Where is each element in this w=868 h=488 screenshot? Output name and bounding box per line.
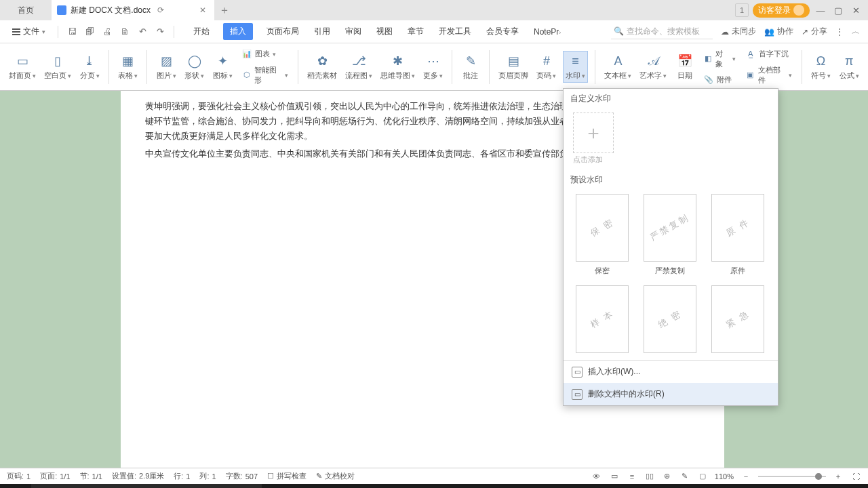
tab-review[interactable]: 审阅: [344, 23, 363, 40]
login-label: 访客登录: [758, 5, 791, 16]
sb-proof[interactable]: ✎文档校对: [316, 471, 355, 481]
command-search[interactable]: 🔍 查找命令、搜索模板: [611, 24, 713, 39]
more-icon[interactable]: ⋮: [835, 27, 844, 37]
docx-icon: [57, 5, 66, 15]
eye-icon[interactable]: 👁: [591, 471, 602, 482]
tab-section[interactable]: 章节: [406, 23, 425, 40]
view-web-icon[interactable]: ⊕: [662, 471, 673, 482]
icons-button[interactable]: ✦图标▾: [211, 52, 235, 82]
coop-link[interactable]: 👥协作: [764, 26, 793, 37]
object-button[interactable]: ◧对象▾: [701, 47, 738, 70]
preset-grid: 保 密保密 严禁复制严禁复制 原 件原件 样 本 绝 密 紧 急: [564, 190, 778, 360]
tab-page-layout[interactable]: 页面布局: [265, 23, 300, 40]
shapes-button[interactable]: ◯形状▾: [182, 52, 207, 82]
home-tab[interactable]: 首页: [0, 0, 52, 20]
quickparts-button[interactable]: ▣文档部件▾: [743, 64, 795, 87]
preset-nocopy[interactable]: 严禁复制严禁复制: [641, 194, 699, 276]
preset-confidential[interactable]: 保 密保密: [573, 194, 631, 276]
quick-access-toolbar: 🖫 🗐 🖨 🗎 ↶ ↷: [66, 26, 165, 37]
print-icon[interactable]: 🖨: [102, 26, 113, 37]
tab-view[interactable]: 视图: [375, 23, 394, 40]
wordart-button[interactable]: 𝒜艺术字▾: [637, 52, 669, 82]
sb-spellcheck[interactable]: ☐拼写检查: [267, 471, 307, 481]
sb-page-number[interactable]: 页码: 1: [7, 471, 31, 481]
tab-start[interactable]: 开始: [192, 23, 211, 40]
save-icon[interactable]: 🖫: [66, 26, 77, 37]
comment-button[interactable]: ✎批注: [459, 52, 482, 82]
zoom-level[interactable]: 110%: [715, 472, 734, 481]
view-read-icon[interactable]: ▯▯: [644, 471, 655, 482]
close-button[interactable]: ✕: [849, 3, 863, 17]
app-edge[interactable]: ◉: [262, 484, 293, 488]
share-link[interactable]: ↗分享: [802, 26, 827, 37]
sb-col[interactable]: 列: 1: [199, 471, 216, 481]
mindmap-button[interactable]: ✱思维导图▾: [378, 52, 417, 82]
date-button[interactable]: 📅日期: [673, 52, 696, 82]
preset-original[interactable]: 原 件原件: [709, 194, 767, 276]
table-button[interactable]: ▦表格▾: [116, 52, 140, 82]
maximize-button[interactable]: ▢: [831, 3, 845, 17]
preset-topsecret[interactable]: 绝 密: [641, 285, 699, 353]
new-tab-button[interactable]: ＋: [214, 3, 235, 18]
taskbar: 🔍 在这里输入你要搜索的内容 ◉ 🗀 W ˄ 👤 ☁ 🗔 🖧 🔊 中 S ⌨ 1…: [0, 484, 868, 488]
zoom-out-icon[interactable]: −: [741, 471, 751, 482]
watermark-button[interactable]: ≡水印▾: [563, 51, 589, 83]
sb-pages[interactable]: 页面: 1/1: [40, 471, 70, 481]
sb-words[interactable]: 字数: 507: [226, 471, 258, 481]
sb-row[interactable]: 行: 1: [174, 471, 190, 481]
add-custom-watermark[interactable]: ＋: [573, 113, 614, 153]
insert-watermark-action[interactable]: ▭插入水印(W)...: [564, 361, 778, 383]
redo-icon[interactable]: ↷: [155, 26, 165, 37]
tab-insert[interactable]: 插入: [223, 23, 253, 40]
tab-member[interactable]: 会员专享: [485, 23, 520, 40]
start-button[interactable]: [0, 484, 31, 488]
preset-urgent[interactable]: 紧 急: [709, 285, 767, 353]
minimize-button[interactable]: —: [814, 3, 827, 17]
unsync-link[interactable]: ☁未同步: [721, 26, 756, 37]
app-explorer[interactable]: 🗀: [293, 484, 324, 488]
more-button[interactable]: ⋯更多▾: [421, 52, 446, 82]
view-outline-icon[interactable]: ≡: [627, 471, 637, 482]
print-preview-icon[interactable]: 🗎: [119, 26, 130, 37]
zoom-in-icon[interactable]: +: [833, 471, 844, 482]
equation-button[interactable]: π公式▾: [837, 52, 861, 82]
undo-icon[interactable]: ↶: [137, 26, 148, 37]
tab-developer[interactable]: 开发工具: [437, 23, 473, 40]
dropcap-button[interactable]: A̲首字下沉: [743, 47, 795, 61]
symbol-button[interactable]: Ω符号▾: [809, 52, 833, 82]
tab-references[interactable]: 引用: [313, 23, 332, 40]
tab-restore-icon[interactable]: ⟳: [155, 5, 167, 15]
sb-position[interactable]: 设置值: 2.9厘米: [112, 471, 164, 481]
blank-page-button[interactable]: ▯空白页▾: [42, 52, 73, 82]
docer-button[interactable]: ✿稻壳素材: [305, 52, 339, 82]
smartart-button[interactable]: ⬡智能图形▾: [239, 64, 291, 87]
remove-watermark-action[interactable]: ▭删除文档中的水印(R): [564, 383, 778, 405]
chart-button[interactable]: 📊图表▾: [239, 47, 291, 61]
taskbar-search[interactable]: 🔍 在这里输入你要搜索的内容: [31, 484, 262, 488]
zoom-slider[interactable]: [758, 476, 826, 477]
fullscreen-icon[interactable]: ⛶: [850, 471, 861, 482]
reading-mode-icon[interactable]: 1: [735, 3, 749, 17]
proof-icon: ✎: [316, 472, 322, 481]
preset-sample[interactable]: 样 本: [573, 285, 631, 353]
attachment-button[interactable]: 📎附件: [701, 73, 738, 87]
collapse-ribbon-icon[interactable]: ︿: [852, 26, 860, 37]
page-number-button[interactable]: #页码▾: [534, 52, 559, 82]
save-as-icon[interactable]: 🗐: [84, 26, 95, 37]
picture-button[interactable]: ▨图片▾: [154, 52, 178, 82]
sb-section[interactable]: 节: 1/1: [80, 471, 102, 481]
cover-page-button[interactable]: ▭封面页▾: [7, 52, 38, 82]
header-footer-button[interactable]: ▤页眉页脚: [496, 52, 530, 82]
page-break-button[interactable]: ⤓分页▾: [77, 52, 102, 82]
separator: [298, 50, 298, 84]
fit-icon[interactable]: ▢: [697, 471, 708, 482]
tab-notepr[interactable]: NotePr›: [532, 24, 562, 39]
view-page-icon[interactable]: ▭: [609, 471, 620, 482]
file-menu[interactable]: 文件 ▾: [8, 23, 50, 40]
textbox-button[interactable]: A文本框▾: [602, 52, 633, 82]
tab-close-icon[interactable]: ✕: [197, 5, 209, 15]
document-tab[interactable]: 新建 DOCX 文档.docx ⟳ ✕: [52, 0, 214, 20]
view-highlight-icon[interactable]: ✎: [679, 471, 690, 482]
flowchart-button[interactable]: ⎇流程图▾: [343, 52, 374, 82]
login-button[interactable]: 访客登录: [753, 3, 810, 18]
